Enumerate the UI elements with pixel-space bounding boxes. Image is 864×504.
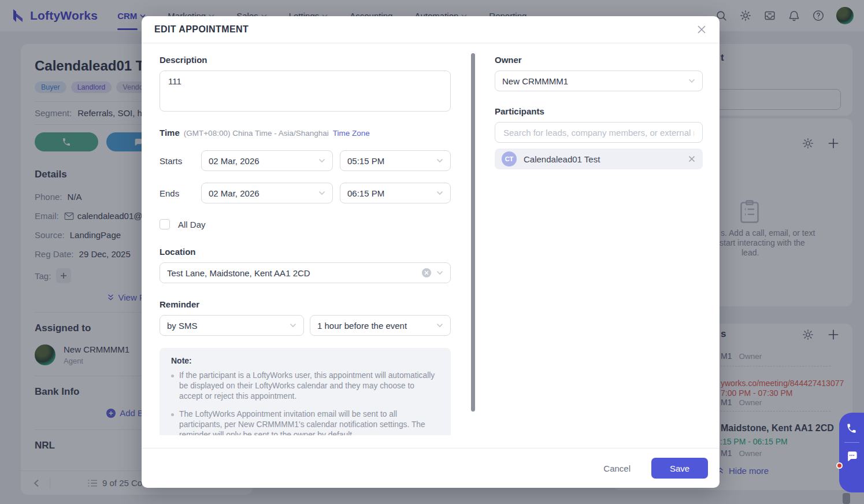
remove-participant-icon[interactable] (688, 155, 696, 163)
chevron-down-icon (436, 323, 443, 328)
reminder-method-value: by SMS (167, 321, 290, 331)
chevron-down-icon (436, 191, 443, 195)
all-day-label: All Day (178, 220, 206, 229)
close-icon[interactable] (696, 24, 707, 35)
description-label: Description (160, 55, 451, 65)
location-select[interactable]: Test Lane, Maidstone, Kent AA1 2CD (160, 262, 451, 283)
modal-header: EDIT APPOINTMENT (142, 16, 720, 43)
footer-spacer (142, 435, 720, 448)
description-textarea[interactable]: 111 (160, 71, 451, 112)
all-day-toggle[interactable]: All Day (160, 219, 451, 229)
starts-time-select[interactable]: 05:15 PM (340, 150, 451, 171)
note-bullet: If the participant is a LoftyWorks user,… (171, 370, 439, 402)
chevron-down-icon (436, 270, 443, 275)
participant-chip: CT Calendalead01 Test (495, 149, 703, 169)
reminder-label: Reminder (160, 299, 451, 309)
starts-row: Starts 02 Mar, 2026 05:15 PM (160, 150, 451, 171)
reminder-row: by SMS 1 hour before the event (160, 315, 451, 336)
ends-label: Ends (160, 188, 201, 198)
participant-name: Calendalead01 Test (524, 154, 688, 164)
location-value: Test Lane, Maidstone, Kent AA1 2CD (167, 268, 422, 278)
ends-date-value: 02 Mar, 2026 (209, 188, 318, 198)
owner-select[interactable]: New CRMMMM1 (495, 71, 703, 91)
bullet-dot (171, 375, 174, 377)
floating-action-bar (839, 413, 864, 492)
notification-dot (836, 462, 843, 469)
participants-label: Participants (495, 106, 703, 116)
note-bullet-text: The LoftyWorks Appointment invitation em… (179, 409, 439, 435)
ends-row: Ends 02 Mar, 2026 06:15 PM (160, 183, 451, 203)
modal-body: Description 111 Time (GMT+08:00) China T… (142, 43, 720, 435)
timezone-text: (GMT+08:00) China Time - Asia/Shanghai (184, 129, 329, 138)
starts-label: Starts (160, 156, 201, 166)
starts-date-value: 02 Mar, 2026 (209, 156, 318, 166)
bullet-dot (171, 413, 174, 416)
chevron-down-icon (290, 323, 296, 328)
note-title: Note: (171, 356, 439, 365)
page-scrollbar[interactable] (843, 493, 850, 504)
participant-avatar: CT (502, 151, 517, 166)
owner-label: Owner (495, 55, 703, 65)
note-box: Note: If the participant is a LoftyWorks… (160, 348, 451, 435)
owner-value: New CRMMMM1 (502, 76, 688, 86)
edit-appointment-modal: EDIT APPOINTMENT Description 111 Time (G… (142, 16, 720, 488)
ends-time-select[interactable]: 06:15 PM (340, 183, 451, 203)
chevron-down-icon (318, 158, 325, 163)
location-label: Location (160, 247, 451, 257)
starts-time-value: 05:15 PM (347, 156, 436, 166)
starts-date-select[interactable]: 02 Mar, 2026 (201, 150, 333, 171)
participants-search-input[interactable] (495, 122, 703, 143)
reminder-timing-value: 1 hour before the event (317, 321, 436, 331)
app-root: LoftyWorks CRM Marketing Sales Lettings … (0, 0, 864, 504)
timezone-link[interactable]: Time Zone (333, 129, 370, 138)
chevron-down-icon (436, 158, 443, 163)
ends-time-value: 06:15 PM (347, 188, 436, 198)
divider (844, 442, 859, 443)
phone-icon[interactable] (846, 423, 857, 434)
reminder-method-select[interactable]: by SMS (160, 315, 304, 336)
all-day-checkbox[interactable] (160, 219, 170, 229)
ends-date-select[interactable]: 02 Mar, 2026 (201, 183, 333, 203)
reminder-timing-select[interactable]: 1 hour before the event (310, 315, 451, 336)
modal-left-column: Description 111 Time (GMT+08:00) China T… (160, 43, 451, 435)
chevron-down-icon (318, 191, 325, 195)
chevron-down-icon (688, 79, 695, 83)
time-row: Time (GMT+08:00) China Time - Asia/Shang… (160, 128, 451, 138)
cancel-button[interactable]: Cancel (603, 464, 631, 473)
clear-icon[interactable] (422, 268, 431, 277)
save-button[interactable]: Save (651, 458, 708, 479)
chat-icon[interactable] (846, 451, 858, 462)
note-bullet: The LoftyWorks Appointment invitation em… (171, 409, 439, 435)
modal-title: EDIT APPOINTMENT (154, 24, 249, 35)
note-bullet-text: If the participant is a LoftyWorks user,… (179, 370, 439, 402)
modal-scrollbar[interactable] (471, 53, 475, 412)
modal-footer: Cancel Save (142, 448, 720, 488)
time-label: Time (160, 128, 180, 138)
modal-right-column: Owner New CRMMMM1 Participants CT Calend… (495, 43, 703, 435)
